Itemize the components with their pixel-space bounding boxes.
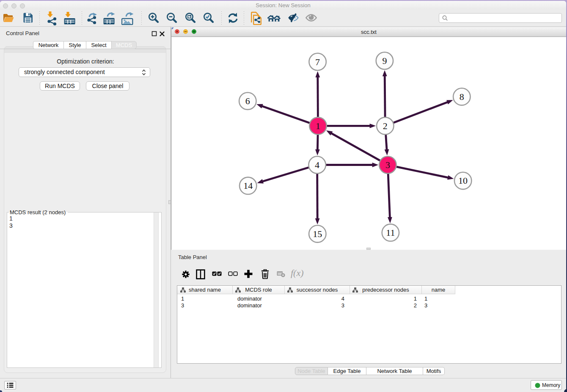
svg-text:9: 9 bbox=[382, 55, 387, 66]
svg-text:14: 14 bbox=[243, 180, 253, 191]
svg-text:10: 10 bbox=[458, 175, 468, 186]
svg-text:4: 4 bbox=[315, 160, 319, 170]
svg-text:1: 1 bbox=[316, 121, 320, 131]
svg-text:7: 7 bbox=[315, 57, 320, 67]
svg-text:15: 15 bbox=[313, 229, 322, 239]
svg-text:3: 3 bbox=[385, 160, 390, 170]
svg-text:11: 11 bbox=[386, 227, 395, 238]
svg-text:8: 8 bbox=[460, 91, 464, 102]
svg-text:2: 2 bbox=[383, 121, 388, 131]
svg-text:6: 6 bbox=[245, 96, 250, 106]
